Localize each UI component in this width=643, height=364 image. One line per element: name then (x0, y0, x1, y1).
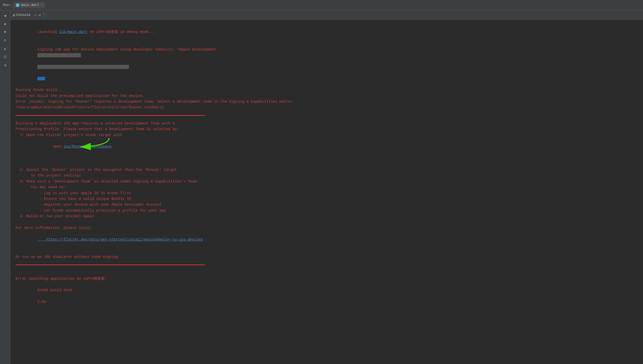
main-tab[interactable]: main.dart × (13, 2, 45, 8)
flutter-docs-link[interactable]: https://flutter.dev/docs/get-started/ins… (37, 237, 203, 242)
duration-value: 2.6s (37, 300, 46, 304)
signing-sep (37, 71, 39, 75)
open-prefix: open (37, 144, 64, 149)
run-label: Run: (3, 3, 11, 7)
main-dart-link[interactable]: lib/main.dart (59, 30, 87, 34)
output-step3d: - Ensure you have a valid unique Bundle … (16, 196, 638, 202)
signing-space (37, 59, 39, 63)
wrap-icon[interactable]: ≡ (2, 37, 8, 44)
output-step2: 2- Select the 'Runner' project in the na… (16, 167, 638, 173)
lightning-icon[interactable]: ⚡ (34, 13, 36, 17)
output-block-title2: Provisioning Profile. Please ensure that… (16, 126, 638, 132)
scroll-down-icon[interactable]: ▼ (2, 29, 8, 35)
console-output: Launching lib/main.dart on 14Pro暗夜紫 in d… (10, 20, 643, 364)
main-content: ◀ ▲ ▼ ≡ ⇅ ⎙ ⌫ ▤ Console ⚡ ↺ ⬛ (0, 10, 643, 364)
divider-top (16, 115, 205, 116)
signing-prefix: Signing iOS app for device deployment us… (37, 47, 216, 52)
output-step3f: - Let Xcode automatically provision a pr… (16, 208, 638, 213)
output-step3e: - Register your device with your Apple D… (16, 202, 638, 207)
console-label: ▤ Console (13, 13, 30, 17)
output-simulator: Or run on an iOS simulator without code … (16, 254, 638, 260)
launching-suffix: on 14Pro暗夜紫 in debug mode... (87, 30, 155, 34)
launching-prefix: Launching (37, 30, 59, 34)
output-step3c: - Log in with your Apple ID in Xcode fir… (16, 190, 638, 196)
xcworkspace-link[interactable]: ios/Runner.xcworkspace (64, 144, 112, 149)
output-more-info: For more information, please visit: (16, 225, 638, 231)
blurred-badge (37, 77, 45, 80)
console-actions: ⚡ ↺ ⬛ (34, 13, 47, 17)
output-step1: 1- Open the Flutter project's Xcode targ… (16, 132, 638, 138)
output-xcode-done: Xcode build done. 2.6s (16, 282, 638, 311)
xcode-done-text: Xcode build done. (37, 288, 74, 292)
stop-icon[interactable]: ⬛ (43, 13, 47, 17)
output-more-link: https://flutter.dev/docs/get-started/ins… (16, 231, 638, 248)
output-error-launch: Error launching application on 14Pro暗夜紫. (16, 276, 638, 282)
output-line-error-xcode: Error (Xcode): Signing for "Runner" requ… (16, 99, 638, 104)
console-toolbar: ▤ Console ⚡ ↺ ⬛ (10, 10, 643, 20)
output-step4: 4- Build or run your project again (16, 213, 638, 219)
reload-icon[interactable]: ↺ (38, 13, 40, 17)
print-icon[interactable]: ⎙ (2, 54, 8, 60)
sort-icon[interactable]: ⇅ (2, 46, 8, 52)
title-bar: Run: main.dart × (0, 0, 643, 10)
console-label-text: Console (16, 13, 31, 17)
output-empty3 (16, 270, 638, 276)
console-panel: ▤ Console ⚡ ↺ ⬛ Launching lib/main.dart … (10, 10, 643, 364)
scroll-up-icon[interactable]: ▲ (2, 21, 8, 27)
tab-close-button[interactable]: × (41, 4, 43, 7)
output-line-launching: Launching lib/main.dart on 14Pro暗夜紫 in d… (16, 23, 638, 41)
output-step3: 3- Make sure a 'Development Team' is sel… (16, 179, 638, 184)
left-toolbar: ◀ ▲ ▼ ≡ ⇅ ⎙ ⌫ (0, 10, 10, 364)
ide-window: Run: main.dart × ◀ ▲ ▼ ≡ ⇅ ⎙ ⌫ ▤ Console (0, 0, 643, 364)
output-line-could-not-build: Could not build the precompiled applicat… (16, 93, 638, 99)
output-line-signing: Signing iOS app for device deployment us… (16, 41, 638, 87)
divider-bottom (16, 264, 205, 265)
blurred-name (37, 65, 129, 69)
blurred-identity (37, 53, 81, 57)
tab-name: main.dart (21, 3, 39, 7)
output-block-title1: Building a deployable iOS app requires a… (16, 121, 638, 126)
output-step1b: open ios/Runner.xcworkspace (16, 138, 638, 167)
delete-icon[interactable]: ⌫ (2, 62, 8, 68)
output-empty1 (16, 219, 638, 225)
console-icon: ▤ (13, 13, 15, 17)
output-line-xcode: Running Xcode build... (16, 87, 638, 93)
output-step3b: You may need to: (16, 184, 638, 190)
pin-icon[interactable]: ◀ (2, 12, 8, 19)
dart-icon (16, 3, 19, 7)
output-step2b: in the project settings (16, 173, 638, 178)
output-empty2 (16, 248, 638, 254)
output-line-path: /Users/admin/AndroidStudioProjects/flutt… (16, 104, 638, 110)
